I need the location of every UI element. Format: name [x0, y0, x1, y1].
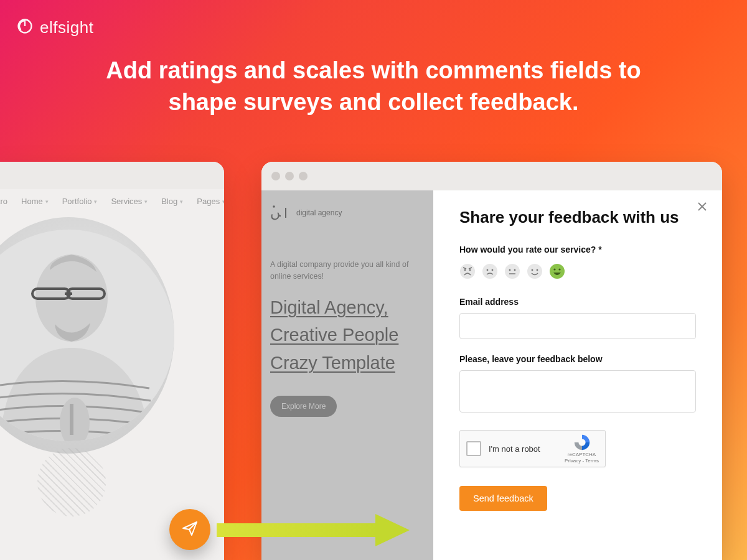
svg-rect-7 — [70, 404, 73, 435]
open-form-fab[interactable] — [169, 509, 210, 550]
svg-point-14 — [464, 269, 466, 271]
indicator-arrow-icon — [217, 513, 410, 548]
nav-item[interactable]: Blog▾ — [161, 197, 183, 206]
traffic-light-icon — [299, 172, 308, 180]
site-nav: Intro Home▾ Portfolio▾ Services▾ Blog▾ P… — [0, 189, 224, 211]
svg-point-6 — [60, 398, 90, 447]
site-subtitle: A digital company provide you all kind o… — [270, 259, 425, 282]
form-title: Share your feedback with us — [459, 208, 696, 227]
svg-text:ﮟ: ﮟ — [270, 204, 281, 220]
brand-name: elfsight — [40, 18, 93, 37]
site-logo: ﮟ digital agency — [270, 204, 425, 222]
svg-point-21 — [505, 264, 520, 279]
rating-happy[interactable] — [527, 263, 543, 279]
nav-item[interactable]: Home▾ — [21, 197, 49, 206]
svg-point-27 — [537, 269, 538, 271]
rating-question-label: How would you rate our service? * — [459, 245, 696, 254]
svg-point-30 — [558, 268, 560, 270]
send-feedback-button[interactable]: Send feedback — [459, 486, 547, 511]
brand-logo: elfsight — [16, 17, 93, 37]
window-chrome — [0, 162, 224, 189]
svg-point-29 — [553, 268, 555, 270]
chevron-down-icon: ▾ — [222, 198, 224, 205]
rating-very-happy-selected[interactable] — [549, 263, 565, 279]
svg-point-18 — [482, 264, 497, 279]
paper-plane-icon — [181, 520, 199, 539]
hero-portrait — [0, 217, 174, 454]
svg-point-19 — [487, 269, 489, 271]
svg-point-26 — [532, 269, 533, 271]
rating-unhappy[interactable] — [482, 263, 498, 279]
svg-point-13 — [460, 264, 475, 279]
nav-item[interactable]: Services▾ — [111, 197, 148, 206]
feedback-form: Share your feedback with us How would yo… — [433, 190, 722, 560]
elfsight-icon — [16, 17, 34, 37]
svg-point-20 — [492, 269, 494, 271]
chevron-down-icon: ▾ — [45, 198, 49, 205]
background-window-left: Intro Home▾ Portfolio▾ Services▾ Blog▾ P… — [0, 162, 224, 560]
nav-item[interactable]: Pages▾ — [197, 197, 224, 206]
feedback-label: Please, leave your feedback below — [459, 354, 696, 364]
svg-point-28 — [550, 264, 565, 279]
nav-item[interactable]: Intro — [0, 197, 7, 206]
page-headline: Add ratings and scales with comments fie… — [0, 55, 747, 119]
recaptcha-label: I'm not a robot — [489, 444, 557, 454]
chevron-down-icon: ▾ — [94, 198, 97, 205]
chevron-down-icon: ▾ — [144, 198, 148, 205]
svg-rect-32 — [217, 523, 378, 537]
svg-point-25 — [527, 264, 542, 279]
site-logo-text: digital agency — [296, 208, 342, 217]
svg-marker-33 — [375, 514, 410, 546]
traffic-light-icon — [285, 172, 294, 180]
feedback-textarea[interactable] — [459, 370, 696, 413]
window-chrome — [261, 162, 722, 190]
svg-point-9 — [273, 205, 275, 208]
chevron-down-icon: ▾ — [180, 198, 183, 205]
close-icon[interactable] — [697, 202, 707, 214]
site-heading: Digital Agency, Creative People Crazy Te… — [270, 294, 425, 378]
svg-point-15 — [469, 269, 471, 271]
recaptcha-checkbox[interactable] — [466, 441, 481, 456]
recaptcha-widget[interactable]: I'm not a robot reCAPTCHA Privacy - Term… — [459, 430, 606, 467]
traffic-light-icon — [271, 172, 280, 180]
background-site-panel: ﮟ digital agency A digital company provi… — [261, 190, 433, 560]
rating-very-unhappy[interactable] — [459, 263, 476, 279]
rating-neutral[interactable] — [504, 263, 520, 279]
nav-item[interactable]: Portfolio▾ — [62, 197, 98, 206]
decorative-dots — [37, 448, 106, 516]
svg-point-23 — [514, 269, 516, 271]
email-field[interactable] — [459, 313, 696, 339]
recaptcha-brand: reCAPTCHA Privacy - Terms — [565, 433, 599, 464]
svg-rect-10 — [285, 208, 286, 218]
explore-more-button[interactable]: Explore More — [270, 396, 337, 417]
email-label: Email address — [459, 297, 696, 307]
rating-scale — [459, 263, 696, 279]
svg-point-22 — [509, 269, 511, 271]
foreground-window: ﮟ digital agency A digital company provi… — [261, 162, 722, 560]
